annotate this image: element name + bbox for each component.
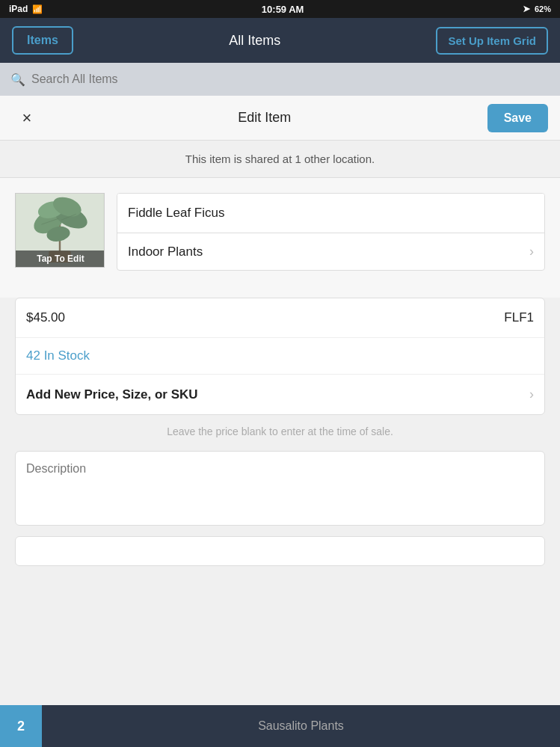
item-edit-section: Tap To Edit Indoor Plants › bbox=[0, 178, 560, 286]
tap-to-edit-label: Tap To Edit bbox=[16, 250, 105, 267]
status-bar: iPad 📶 10:59 AM ➤ 62% bbox=[0, 0, 560, 18]
page-title: All Items bbox=[229, 33, 280, 49]
description-textarea[interactable] bbox=[15, 451, 545, 526]
item-fields: Indoor Plants › bbox=[117, 193, 545, 271]
location-icon: ➤ bbox=[523, 4, 530, 14]
search-icon: 🔍 bbox=[10, 73, 25, 87]
nav-bar: Items All Items Set Up Item Grid bbox=[0, 18, 560, 63]
add-price-chevron-icon: › bbox=[529, 387, 534, 402]
edit-item-title: Edit Item bbox=[238, 110, 291, 126]
price-value: $45.00 bbox=[26, 310, 65, 325]
stock-row[interactable]: 42 In Stock bbox=[16, 338, 544, 375]
battery-icon: 62% bbox=[535, 4, 551, 13]
category-chevron-icon: › bbox=[529, 244, 534, 259]
items-button[interactable]: Items bbox=[12, 26, 73, 55]
carrier-label: iPad bbox=[9, 4, 28, 14]
status-left: iPad 📶 bbox=[9, 4, 43, 14]
setup-item-grid-button[interactable]: Set Up Item Grid bbox=[436, 27, 548, 55]
shared-notice-banner: This item is shared at 1 other location. bbox=[0, 141, 560, 178]
footer-bar: 2 Sausalito Plants bbox=[0, 705, 560, 747]
stock-value: 42 In Stock bbox=[26, 348, 90, 363]
pricing-section: $45.00 FLF1 42 In Stock Add New Price, S… bbox=[15, 298, 545, 415]
wifi-icon: 📶 bbox=[32, 4, 43, 14]
search-input[interactable] bbox=[31, 73, 550, 86]
add-price-label: Add New Price, Size, or SKU bbox=[26, 387, 198, 402]
item-category-text: Indoor Plants bbox=[128, 245, 203, 259]
price-sku-row: $45.00 FLF1 bbox=[16, 298, 544, 338]
description-section bbox=[15, 451, 545, 529]
item-name-input[interactable] bbox=[117, 194, 544, 233]
save-button[interactable]: Save bbox=[487, 104, 548, 132]
bottom-stub-section bbox=[15, 536, 545, 566]
add-price-row[interactable]: Add New Price, Size, or SKU › bbox=[16, 375, 544, 414]
tab-number[interactable]: 2 bbox=[0, 705, 42, 747]
sku-value: FLF1 bbox=[504, 310, 534, 325]
edit-item-header: × Edit Item Save bbox=[0, 96, 560, 141]
close-button[interactable]: × bbox=[12, 103, 42, 133]
search-bar: 🔍 bbox=[0, 63, 560, 96]
time-display: 10:59 AM bbox=[262, 4, 304, 15]
item-image-wrap[interactable]: Tap To Edit bbox=[15, 193, 105, 271]
item-category-row[interactable]: Indoor Plants › bbox=[117, 233, 544, 270]
store-name: Sausalito Plants bbox=[42, 719, 560, 733]
price-hint: Leave the price blank to enter at the ti… bbox=[0, 415, 560, 448]
item-image[interactable]: Tap To Edit bbox=[15, 193, 105, 268]
status-right: ➤ 62% bbox=[523, 4, 551, 14]
